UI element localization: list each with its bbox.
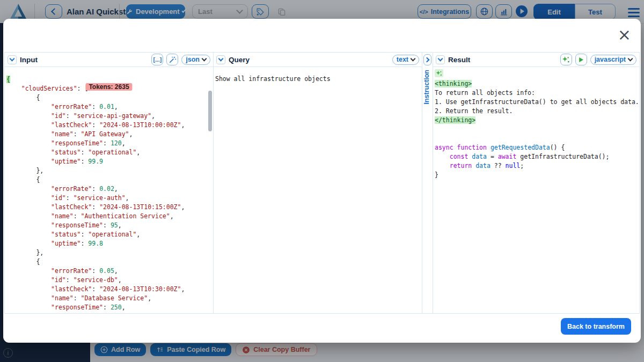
code-line: To return all objects info: <box>435 88 639 98</box>
tokens-badge: Tokens: 2635 <box>85 83 132 91</box>
collapse-input-button[interactable] <box>8 55 17 64</box>
ai-sparkle-icon <box>562 56 570 64</box>
code-line: "errorRate": 0.01, <box>6 102 213 112</box>
input-panel: Input [...] json Tokens: 2 <box>4 53 213 313</box>
chevron-down-icon <box>218 56 224 61</box>
result-panel-header: Result jav <box>433 53 639 67</box>
query-panel-header: Query text <box>214 53 422 67</box>
code-line <box>435 125 639 134</box>
code-line: const data = await getInfrastructureData… <box>435 152 639 161</box>
code-line: "errorRate": 0.05, <box>6 267 213 276</box>
result-panel: Result jav <box>433 53 640 313</box>
ai-generate-button[interactable] <box>560 54 572 65</box>
instruction-panel-collapsed: Instruction <box>422 53 433 313</box>
ai-sparkle-icon <box>435 69 443 77</box>
chevron-down-icon <box>438 56 443 61</box>
magic-wand-icon <box>169 56 177 64</box>
result-editor[interactable]: <thinking>To return all objects info:1. … <box>433 67 639 313</box>
code-line: "responseTime": 95, <box>6 221 213 230</box>
transform-modal: × Input [...] json <box>3 19 641 343</box>
code-line: "name": "Authentication Service", <box>6 212 213 221</box>
magic-wand-button[interactable] <box>166 54 178 65</box>
code-line: "id": "service-auth", <box>6 194 213 203</box>
query-text: Show all infrastructure objects <box>215 75 422 84</box>
code-line: 1. Use getInfrastructureData() to get al… <box>435 98 639 107</box>
back-to-transform-button[interactable]: Back to transform <box>561 318 631 335</box>
chevron-down-icon <box>10 56 15 61</box>
code-line: "name": "Database Service", <box>6 294 213 303</box>
close-icon[interactable]: × <box>618 27 631 42</box>
code-line: </thinking> <box>435 116 639 125</box>
format-json-button[interactable]: [...] <box>151 54 163 65</box>
code-line: <thinking> <box>435 79 639 88</box>
input-scrollbar[interactable] <box>208 91 212 131</box>
input-panel-header: Input [...] json <box>5 53 213 67</box>
code-line: "lastCheck": "2024-08-13T10:30:00Z", <box>6 285 213 294</box>
code-line: "status": "operational", <box>6 148 213 157</box>
panels-container: Input [...] json Tokens: 2 <box>4 52 640 314</box>
query-panel-label: Query <box>229 56 250 64</box>
input-panel-label: Input <box>20 56 38 64</box>
code-line: { <box>6 257 213 267</box>
code-line: "uptime": 99.8 <box>6 239 213 248</box>
instruction-panel-label: Instruction <box>423 70 430 105</box>
code-line: "lastCheck": "2024-08-13T10:00:00Z", <box>6 121 213 130</box>
chevron-right-icon <box>425 57 430 63</box>
code-line: } <box>435 171 639 180</box>
collapse-result-button[interactable] <box>436 55 445 64</box>
input-language-dropdown[interactable]: json <box>181 55 210 65</box>
brackets-dots-icon: [...] <box>153 56 162 63</box>
collapse-query-button[interactable] <box>216 55 225 64</box>
result-language-dropdown[interactable]: javascript <box>590 55 636 65</box>
code-line: "id": "service-api-gateway", <box>6 112 213 121</box>
input-editor[interactable]: Tokens: 2635 { "cloudServices": [ { "err… <box>5 67 213 313</box>
play-icon <box>577 56 584 63</box>
code-line <box>435 69 639 79</box>
code-line: "name": "API Gateway", <box>6 130 213 139</box>
chevron-down-icon <box>628 56 633 61</box>
code-line: 2. Return the result. <box>435 107 639 116</box>
chevron-down-icon <box>202 56 207 61</box>
code-line: return data ?? null; <box>435 161 639 171</box>
code-line: "status": "operational", <box>6 230 213 239</box>
code-line: "errorRate": 0.02, <box>6 184 213 194</box>
run-result-button[interactable] <box>575 54 587 65</box>
query-panel: Query text Show all infrastructure objec… <box>213 53 422 313</box>
code-line <box>435 134 639 143</box>
code-line: }, <box>6 166 213 175</box>
code-line: "uptime": 99.9 <box>6 157 213 166</box>
code-line: }, <box>6 248 213 257</box>
expand-instruction-button[interactable] <box>423 54 431 65</box>
query-editor[interactable]: Show all infrastructure objects <box>214 67 422 313</box>
code-line: "responseTime": 120, <box>6 139 213 148</box>
code-line: async function getRequestedData() { <box>435 143 639 152</box>
code-line: { <box>6 93 213 102</box>
code-line: "responseTime": 250, <box>6 303 213 312</box>
result-panel-label: Result <box>448 56 470 64</box>
code-line: "id": "service-db", <box>6 276 213 285</box>
app-screen: Alan AI Quickstart Development Last <box>0 0 644 362</box>
code-line: "lastCheck": "2024-08-13T10:15:00Z", <box>6 203 213 212</box>
chevron-down-icon <box>411 56 416 61</box>
code-line: { <box>6 175 213 184</box>
query-format-dropdown[interactable]: text <box>392 55 419 65</box>
